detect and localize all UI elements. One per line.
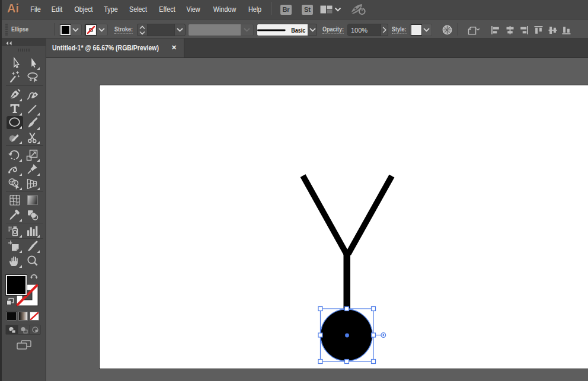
tool-scale[interactable] (24, 148, 41, 162)
tool-width[interactable] (7, 162, 23, 177)
tool-slice[interactable] (24, 239, 41, 254)
tool-rotate[interactable] (7, 148, 23, 162)
tool-scissors[interactable] (24, 130, 41, 145)
tool-selection[interactable] (7, 56, 23, 71)
tool-puppet-warp[interactable] (24, 162, 41, 177)
draw-inside-button[interactable] (29, 325, 40, 334)
tool-pen[interactable] (7, 88, 23, 102)
stroke-weight-chevron-icon[interactable] (174, 24, 185, 36)
tool-ellipse[interactable] (7, 116, 23, 129)
stroke-weight-field[interactable] (148, 24, 174, 36)
workspace-switcher-icon[interactable] (320, 5, 333, 14)
brush-chevron-icon[interactable] (308, 24, 317, 36)
opacity-control[interactable]: 100% (347, 24, 388, 36)
style-chevron-icon[interactable] (421, 24, 431, 36)
align-vertical-center-icon[interactable] (548, 25, 558, 35)
tools-panel-grip[interactable] (18, 49, 31, 52)
gpu-performance-rocket-icon[interactable] (350, 3, 368, 16)
align-bottom-icon[interactable] (561, 25, 571, 35)
stock-button[interactable]: St (302, 5, 313, 15)
color-button[interactable] (7, 312, 17, 321)
align-right-icon[interactable] (519, 25, 529, 35)
menu-select[interactable]: Select (129, 0, 147, 18)
menu-file[interactable]: File (30, 0, 40, 18)
draw-normal-button[interactable] (6, 325, 18, 334)
tool-eyedropper[interactable] (7, 208, 23, 222)
screen-mode-icon[interactable] (17, 340, 31, 350)
opacity-expand-icon[interactable] (381, 24, 388, 36)
tool-shape-builder[interactable] (7, 177, 23, 191)
fill-color-control[interactable] (59, 24, 82, 36)
opacity-value: 100% (351, 27, 368, 34)
brush-preview-field[interactable]: Basic (257, 24, 308, 36)
style-chevron-icon-glyph (423, 28, 430, 32)
fill-chevron-icon[interactable] (71, 24, 81, 36)
tab-bar: Untitled-1* @ 66.67% (RGB/Preview) ✕ (0, 39, 588, 58)
controlbar-grip[interactable] (5, 24, 8, 36)
tool-zoom[interactable] (24, 254, 41, 268)
tool-hand[interactable] (7, 254, 23, 268)
tool-hand-glyph (7, 254, 23, 268)
stroke-weight-label[interactable]: Stroke: (114, 20, 133, 39)
align-left-icon[interactable] (491, 25, 501, 35)
document-tab[interactable]: Untitled-1* @ 66.67% (RGB/Preview) ✕ (46, 39, 184, 57)
opacity-label[interactable]: Opacity: (322, 20, 344, 39)
stroke-weight-control[interactable] (137, 24, 186, 36)
y-shape[interactable] (303, 176, 392, 310)
fill-color-swatch[interactable] (60, 25, 71, 35)
tool-blend[interactable] (24, 208, 41, 222)
swap-fill-stroke-icon[interactable] (30, 273, 39, 281)
tool-mesh-glyph (8, 193, 22, 207)
opacity-field[interactable]: 100% (348, 24, 381, 36)
menu-object[interactable]: Object (74, 0, 92, 18)
tool-magic-wand[interactable] (7, 71, 23, 85)
tool-line-segment[interactable] (24, 102, 41, 116)
style-label[interactable]: Style: (392, 20, 407, 39)
stroke-chevron-icon[interactable] (96, 24, 107, 36)
menu-effect[interactable]: Effect (159, 0, 175, 18)
menu-edit[interactable]: Edit (52, 0, 63, 18)
menu-help[interactable]: Help (248, 0, 261, 18)
default-fill-stroke-icon[interactable] (6, 297, 14, 306)
isolate-selected-object-icon[interactable] (466, 25, 480, 35)
tool-lasso[interactable] (24, 71, 41, 85)
tool-symbol-sprayer[interactable] (7, 224, 23, 238)
tool-gradient[interactable] (24, 193, 41, 207)
gradient-button[interactable] (18, 312, 28, 321)
tool-curvature[interactable] (24, 88, 41, 102)
tool-shaper[interactable] (7, 130, 23, 145)
tool-direct-selection[interactable] (24, 56, 41, 71)
tab-close-icon[interactable]: ✕ (171, 44, 177, 52)
align-top-icon[interactable] (533, 25, 544, 35)
workspace-chevron-icon[interactable] (334, 7, 341, 12)
center-anchor-point[interactable] (345, 334, 349, 338)
tool-perspective-grid[interactable] (24, 177, 41, 191)
bridge-button[interactable]: Br (280, 5, 292, 15)
menu-window[interactable]: Window (213, 0, 236, 18)
none-button[interactable] (30, 312, 39, 321)
stroke-color-control[interactable] (84, 24, 108, 36)
menu-view[interactable]: View (186, 0, 200, 18)
context-label: Ellipse (11, 20, 28, 39)
canvas-area[interactable] (47, 58, 588, 381)
menu-type[interactable]: Type (104, 0, 117, 18)
recolor-artwork-icon[interactable] (442, 25, 452, 35)
draw-behind-button[interactable] (18, 325, 29, 334)
stroke-weight-stepper[interactable] (138, 24, 148, 36)
tool-mesh[interactable] (7, 193, 23, 207)
tool-symbol-sprayer-glyph (7, 224, 23, 238)
tool-column-graph[interactable] (24, 224, 41, 238)
brush-definition-control[interactable]: Basic (257, 24, 317, 36)
collapse-panel-icon[interactable] (5, 41, 12, 46)
tool-artboard[interactable] (7, 239, 23, 254)
tool-shaper-glyph (7, 130, 23, 145)
tool-artboard-glyph (7, 239, 23, 254)
none-button-glyph (30, 312, 39, 320)
fill-box[interactable] (6, 275, 27, 295)
graphic-style-control[interactable] (410, 24, 432, 36)
align-horizontal-center-icon[interactable] (505, 25, 515, 35)
tool-type[interactable] (7, 102, 23, 116)
stroke-color-swatch[interactable] (86, 25, 96, 35)
graphic-style-swatch[interactable] (411, 25, 421, 35)
tool-paintbrush[interactable] (24, 116, 41, 130)
